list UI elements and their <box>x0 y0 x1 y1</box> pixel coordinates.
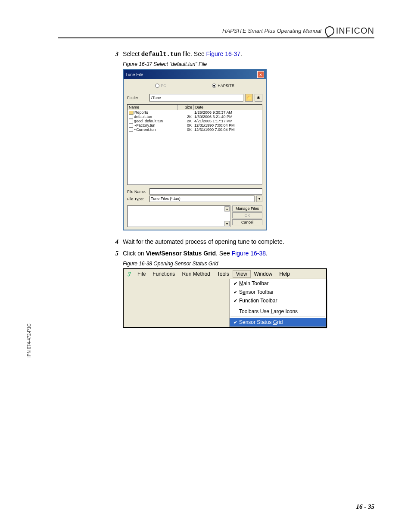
scroll-up-icon[interactable]: ▲ <box>224 206 230 212</box>
file-row[interactable]: good_default.tun2K4/21/2005 1:17:17 PM <box>128 119 262 123</box>
figure-link[interactable]: Figure 16-37 <box>206 50 240 57</box>
file-row[interactable]: ~Factory.tun0K12/31/1990 7:00:04 PM <box>128 123 262 128</box>
filename-input[interactable] <box>149 188 262 195</box>
menu-view[interactable]: View <box>233 270 251 278</box>
folder-label: Folder <box>127 96 148 100</box>
menu-file[interactable]: File <box>134 270 149 278</box>
check-icon: ✔ <box>231 298 239 304</box>
radio-icon <box>155 84 159 88</box>
step-3: 3 Select default.tun file. See Figure 16… <box>110 50 374 58</box>
step-number: 3 <box>110 50 118 58</box>
col-size[interactable]: Size <box>178 105 194 110</box>
figure-37-caption: Figure 16-37 Select "default.tun" File <box>123 61 374 67</box>
step-number: 5 <box>110 250 118 257</box>
step-number: 4 <box>110 238 118 246</box>
check-icon: ✔ <box>231 320 239 325</box>
folder-input[interactable]: /Tune <box>149 94 243 102</box>
ok-button[interactable]: OK <box>232 212 262 218</box>
side-ipn-label: IPN 074-472-P1C <box>27 324 31 358</box>
tune-file-dialog: Tune File × PC HAPSITE Folder /Tune 📁 ✱ <box>123 69 267 230</box>
page-header: HAPSITE Smart Plus Operating Manual INFI… <box>58 26 374 38</box>
filetype-label: File Type: <box>127 197 148 201</box>
step-text: Select default.tun file. See Figure 16-3… <box>123 50 374 58</box>
page-number: 16 - 35 <box>356 503 375 510</box>
dd-function-toolbar[interactable]: ✔ Function Toolbar <box>230 296 326 305</box>
dd-sensor-toolbar[interactable]: ✔ Sensor Toolbar <box>230 288 326 296</box>
preview-box: ▲ ▼ <box>127 205 230 227</box>
file-icon <box>129 123 133 128</box>
dialog-bottom: File Name: File Type: Tune Files (*.tun)… <box>124 186 266 205</box>
brand-logo: INFICON <box>325 26 374 36</box>
manual-title: HAPSITE Smart Plus Operating Manual <box>222 28 321 34</box>
check-icon: ✔ <box>231 281 239 286</box>
radio-icon <box>212 84 216 88</box>
step-4: 4 Wait for the automated process of open… <box>110 238 374 246</box>
figure-38-caption: Figure 16-38 Opening Sensor Status Grid <box>123 261 374 267</box>
app-icon: ℐ <box>125 271 132 277</box>
brand-text: INFICON <box>336 26 374 36</box>
figure-link[interactable]: Figure 16-38 <box>232 250 266 257</box>
filetype-select[interactable]: Tune Files (*.tun) <box>149 196 255 202</box>
menu-run-method[interactable]: Run Method <box>178 270 213 278</box>
file-list-header: Name Size Date <box>128 105 262 110</box>
file-row[interactable]: Reports1/26/2006 9:30:37 AM <box>128 110 262 115</box>
separator <box>230 317 325 317</box>
step-text: Wait for the automated process of openin… <box>123 238 374 246</box>
step-text: Click on View/Sensor Status Grid. See Fi… <box>123 250 374 257</box>
filename-label: File Name: <box>127 190 148 194</box>
menu-functions[interactable]: Functions <box>149 270 178 278</box>
radio-pc[interactable]: PC <box>155 84 166 88</box>
location-radio-group: PC HAPSITE <box>124 79 266 92</box>
scroll-down-icon[interactable]: ▼ <box>224 221 230 226</box>
menu-tools[interactable]: Tools <box>214 270 233 278</box>
check-icon: ✔ <box>231 289 239 295</box>
up-folder-icon[interactable]: 📁 <box>245 94 253 102</box>
file-icon <box>129 128 133 132</box>
separator <box>230 306 325 306</box>
col-name[interactable]: Name <box>128 105 178 110</box>
dd-main-toolbar[interactable]: ✔ Main Toolbar <box>230 279 326 288</box>
dd-sensor-status-grid[interactable]: ✔ Sensor Status Grid <box>230 318 326 327</box>
file-icon <box>129 115 133 119</box>
col-date[interactable]: Date <box>194 105 262 110</box>
menubar: ℐ File Functions Run Method Tools View W… <box>124 269 326 279</box>
folder-icon <box>129 111 134 115</box>
menu-help[interactable]: Help <box>276 270 293 278</box>
manage-files-button[interactable]: Manage Files <box>232 205 262 212</box>
menu-screenshot: ℐ File Functions Run Method Tools View W… <box>123 268 327 328</box>
step-5: 5 Click on View/Sensor Status Grid. See … <box>110 250 374 257</box>
file-icon <box>129 119 133 123</box>
dialog-titlebar: Tune File × <box>124 70 266 79</box>
radio-hapsite[interactable]: HAPSITE <box>212 84 234 88</box>
dialog-title-text: Tune File <box>125 72 143 77</box>
new-folder-icon[interactable]: ✱ <box>255 94 262 102</box>
close-icon[interactable]: × <box>257 71 264 78</box>
dd-large-icons[interactable]: Toolbars Use Large Icons <box>230 307 326 316</box>
cancel-button[interactable]: Cancel <box>232 219 262 225</box>
view-dropdown: ✔ Main Toolbar ✔ Sensor Toolbar ✔ Functi… <box>229 279 326 327</box>
menu-window[interactable]: Window <box>251 270 276 278</box>
dropdown-arrow-icon[interactable]: ▼ <box>256 196 262 202</box>
folder-row: Folder /Tune 📁 ✱ <box>124 92 266 103</box>
file-list[interactable]: Name Size Date Reports1/26/2006 9:30:37 … <box>127 104 262 185</box>
file-row[interactable]: ~Current.tun0K12/31/1990 7:00:04 PM <box>128 128 262 132</box>
file-row[interactable]: default.tun2K1/30/2006 3:21:40 PM <box>128 115 262 119</box>
logo-swirl-icon <box>323 24 336 37</box>
